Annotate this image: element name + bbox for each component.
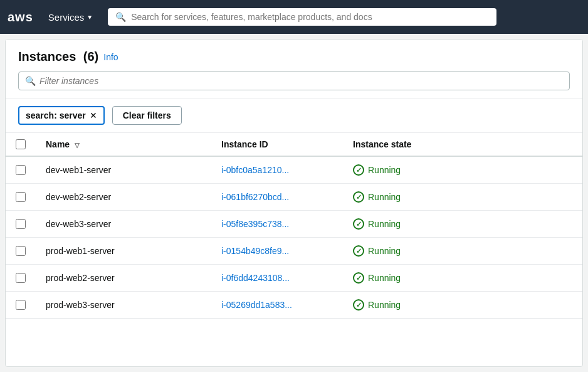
global-search-bar[interactable]: 🔍 (108, 8, 496, 26)
row-state: ✓ Running (343, 184, 582, 211)
state-running: ✓ Running (353, 272, 572, 284)
table-row: dev-web2-server i-061bf6270bcd... ✓ Runn… (6, 184, 582, 211)
row-checkbox[interactable] (16, 219, 26, 229)
instance-id-link[interactable]: i-05269dd1a583... (221, 300, 292, 310)
row-checkbox-cell (6, 156, 36, 184)
row-checkbox[interactable] (16, 246, 26, 256)
state-label: Running (368, 273, 401, 283)
state-label: Running (368, 219, 401, 229)
row-name: dev-web2-server (36, 184, 211, 211)
row-instance-id: i-0bfc0a5a1210... (211, 156, 343, 184)
state-label: Running (368, 300, 401, 310)
running-icon: ✓ (353, 191, 364, 203)
header-checkbox-cell (6, 133, 36, 156)
table-header-row: Name ▽ Instance ID Instance state (6, 133, 582, 156)
instances-header: Instances (6) Info 🔍 (6, 40, 582, 98)
row-state: ✓ Running (343, 211, 582, 238)
row-checkbox[interactable] (16, 192, 26, 202)
search-icon: 🔍 (115, 12, 126, 22)
row-name: dev-web1-server (36, 156, 211, 184)
row-state: ✓ Running (343, 265, 582, 292)
row-name: prod-web2-server (36, 265, 211, 292)
instances-label: Instances (18, 50, 76, 63)
row-name: prod-web1-server (36, 238, 211, 265)
row-name: dev-web3-server (36, 211, 211, 238)
search-filter-chip: search: server ✕ (18, 106, 105, 125)
chip-remove-button[interactable]: ✕ (90, 111, 97, 120)
instances-title-row: Instances (6) Info (18, 50, 570, 64)
row-checkbox-cell (6, 211, 36, 238)
filter-search-icon: 🔍 (25, 76, 36, 86)
row-state: ✓ Running (343, 292, 582, 319)
top-nav: aws Services ▼ 🔍 (0, 0, 588, 34)
column-header-name[interactable]: Name ▽ (36, 133, 211, 156)
filter-instances-input[interactable] (39, 76, 563, 86)
row-instance-id: i-05f8e395c738... (211, 211, 343, 238)
services-label: Services (48, 12, 85, 23)
row-state: ✓ Running (343, 238, 582, 265)
instances-table-container: Name ▽ Instance ID Instance state (6, 133, 582, 319)
table-row: prod-web3-server i-05269dd1a583... ✓ Run… (6, 292, 582, 319)
services-caret-icon: ▼ (87, 14, 93, 21)
aws-logo: aws (8, 10, 33, 24)
state-running: ✓ Running (353, 299, 572, 311)
instance-id-link[interactable]: i-0bfc0a5a1210... (221, 165, 289, 175)
state-label: Running (368, 165, 401, 175)
table-row: dev-web1-server i-0bfc0a5a1210... ✓ Runn… (6, 156, 582, 184)
global-search-input[interactable] (131, 12, 489, 22)
table-row: prod-web2-server i-0f6dd4243108... ✓ Run… (6, 265, 582, 292)
row-instance-id: i-0154b49c8fe9... (211, 238, 343, 265)
running-icon: ✓ (353, 299, 364, 311)
row-instance-id: i-061bf6270bcd... (211, 184, 343, 211)
info-link[interactable]: Info (103, 52, 118, 62)
row-checkbox[interactable] (16, 165, 26, 175)
filter-chips-row: search: server ✕ Clear filters (6, 98, 582, 133)
main-content-panel: Instances (6) Info 🔍 search: server ✕ Cl… (5, 39, 583, 367)
row-checkbox-cell (6, 265, 36, 292)
instance-id-link[interactable]: i-05f8e395c738... (221, 219, 289, 229)
row-instance-id: i-0f6dd4243108... (211, 265, 343, 292)
column-header-instance-id[interactable]: Instance ID (211, 133, 343, 156)
services-menu-button[interactable]: Services ▼ (43, 9, 98, 25)
aws-logo-text: aws (8, 10, 33, 24)
row-checkbox-cell (6, 184, 36, 211)
instance-id-link[interactable]: i-061bf6270bcd... (221, 192, 289, 202)
chip-label: search: server (26, 110, 86, 120)
state-label: Running (368, 192, 401, 202)
row-instance-id: i-05269dd1a583... (211, 292, 343, 319)
filter-bar[interactable]: 🔍 (18, 72, 570, 90)
row-checkbox-cell (6, 238, 36, 265)
state-running: ✓ Running (353, 191, 572, 203)
select-all-checkbox[interactable] (16, 139, 26, 149)
row-state: ✓ Running (343, 156, 582, 184)
table-row: dev-web3-server i-05f8e395c738... ✓ Runn… (6, 211, 582, 238)
running-icon: ✓ (353, 218, 364, 230)
instances-count: (6) (83, 50, 98, 63)
page-title: Instances (6) (18, 50, 98, 64)
row-name: prod-web3-server (36, 292, 211, 319)
state-label: Running (368, 246, 401, 256)
instances-table: Name ▽ Instance ID Instance state (6, 133, 582, 319)
instance-id-link[interactable]: i-0f6dd4243108... (221, 273, 290, 283)
row-checkbox[interactable] (16, 273, 26, 283)
row-checkbox[interactable] (16, 300, 26, 310)
state-running: ✓ Running (353, 245, 572, 257)
instance-id-link[interactable]: i-0154b49c8fe9... (221, 246, 289, 256)
running-icon: ✓ (353, 245, 364, 257)
state-running: ✓ Running (353, 218, 572, 230)
name-sort-icon: ▽ (75, 142, 80, 149)
running-icon: ✓ (353, 164, 364, 176)
row-checkbox-cell (6, 292, 36, 319)
clear-filters-button[interactable]: Clear filters (112, 106, 182, 125)
state-running: ✓ Running (353, 164, 572, 176)
table-row: prod-web1-server i-0154b49c8fe9... ✓ Run… (6, 238, 582, 265)
column-header-state[interactable]: Instance state (343, 133, 582, 156)
running-icon: ✓ (353, 272, 364, 284)
